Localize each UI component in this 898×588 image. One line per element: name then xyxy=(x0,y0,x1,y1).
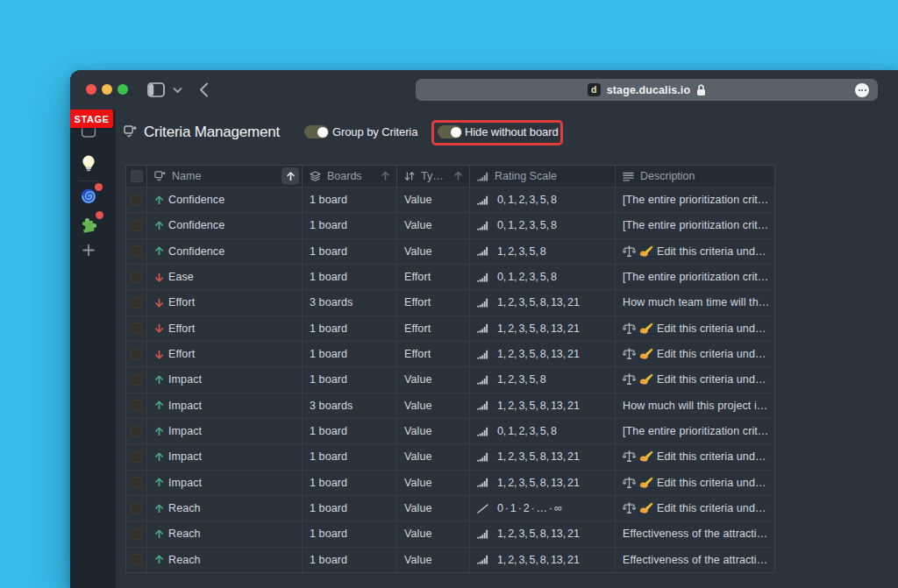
row-checkbox[interactable] xyxy=(126,521,147,546)
checkbox-box[interactable] xyxy=(131,245,142,257)
checkbox-box[interactable] xyxy=(131,272,142,283)
name-cell[interactable]: Confidence xyxy=(147,213,303,237)
column-header-name[interactable]: Name xyxy=(147,166,303,187)
checkbox-box[interactable] xyxy=(131,349,142,360)
select-all-checkbox[interactable] xyxy=(126,166,147,187)
row-checkbox[interactable] xyxy=(126,393,147,418)
checkbox-box[interactable] xyxy=(131,170,143,182)
boards-cell[interactable]: 1 board xyxy=(303,471,397,495)
table-row[interactable]: Impact 1 board Value 1, 2, 3, 5, 8, 13, … xyxy=(126,443,774,469)
type-cell[interactable]: Value xyxy=(397,419,470,443)
boards-cell[interactable]: 1 board xyxy=(303,188,397,212)
rating-scale-cell[interactable]: 0, 1, 2, 3, 5, 8 xyxy=(470,188,616,212)
row-checkbox[interactable] xyxy=(126,342,147,366)
rating-scale-cell[interactable]: 1, 2, 3, 5, 8, 13, 21 xyxy=(470,521,616,546)
checkbox-box[interactable] xyxy=(131,451,142,463)
rating-scale-cell[interactable]: 1, 2, 3, 5, 8, 13, 21 xyxy=(470,316,616,341)
row-checkbox[interactable] xyxy=(126,471,147,495)
row-checkbox[interactable] xyxy=(126,265,147,289)
table-row[interactable]: Ease 1 board Effort 0, 1, 2, 3, 5, 8 [Th… xyxy=(126,264,774,289)
rating-scale-cell[interactable]: 0, 1, 2, 3, 5, 8 xyxy=(470,419,616,443)
boards-cell[interactable]: 1 board xyxy=(303,213,397,237)
rating-scale-cell[interactable]: 1, 2, 3, 5, 8, 13, 21 xyxy=(470,393,616,418)
name-cell[interactable]: Reach xyxy=(147,496,303,521)
rating-scale-cell[interactable]: 0, 1, 2, 3, 5, 8 xyxy=(470,265,616,289)
back-icon[interactable] xyxy=(199,82,209,97)
name-cell[interactable]: Reach xyxy=(147,548,303,572)
table-row[interactable]: Impact 1 board Value 0, 1, 2, 3, 5, 8 [T… xyxy=(126,418,774,443)
type-cell[interactable]: Effort xyxy=(397,265,470,289)
rating-scale-cell[interactable]: 0, 1, 2, 3, 5, 8 xyxy=(470,213,616,237)
description-cell[interactable]: How much will this project i… xyxy=(616,393,774,418)
more-button[interactable] xyxy=(855,83,869,97)
name-cell[interactable]: Reach xyxy=(147,521,303,546)
row-checkbox[interactable] xyxy=(126,188,147,212)
type-cell[interactable]: Value xyxy=(397,213,470,237)
table-row[interactable]: Confidence 1 board Value 0, 1, 2, 3, 5, … xyxy=(126,212,774,237)
checkbox-box[interactable] xyxy=(131,195,142,206)
row-checkbox[interactable] xyxy=(126,419,147,443)
type-cell[interactable]: Value xyxy=(397,239,470,264)
rating-scale-cell[interactable]: 1, 2, 3, 5, 8, 13, 21 xyxy=(470,290,616,315)
type-cell[interactable]: Value xyxy=(397,367,470,392)
rating-scale-cell[interactable]: 1, 2, 3, 5, 8, 13, 21 xyxy=(470,548,616,572)
description-cell[interactable]: Effectiveness of the attracti… xyxy=(616,521,774,546)
name-cell[interactable]: Impact xyxy=(147,393,303,418)
row-checkbox[interactable] xyxy=(126,316,147,341)
sort-arrow-icon[interactable] xyxy=(381,172,389,181)
boards-cell[interactable]: 1 board xyxy=(303,419,397,443)
name-cell[interactable]: Confidence xyxy=(147,188,303,212)
name-cell[interactable]: Impact xyxy=(147,419,303,443)
type-cell[interactable]: Value xyxy=(397,393,470,418)
table-row[interactable]: Effort 3 boards Effort 1, 2, 3, 5, 8, 13… xyxy=(126,289,774,315)
row-checkbox[interactable] xyxy=(126,496,147,521)
row-checkbox[interactable] xyxy=(126,290,147,315)
rating-scale-cell[interactable]: 1, 2, 3, 5, 8 xyxy=(470,239,616,264)
sort-arrow-icon[interactable] xyxy=(454,172,462,181)
checkbox-box[interactable] xyxy=(131,528,142,540)
name-cell[interactable]: Impact xyxy=(147,367,303,392)
zoom-button[interactable] xyxy=(118,84,128,95)
rating-scale-cell[interactable]: 0 · 1 · 2 · … · ∞ xyxy=(470,496,616,521)
puzzle-icon[interactable] xyxy=(81,216,97,233)
column-header-boards[interactable]: Boards xyxy=(303,166,397,187)
boards-cell[interactable]: 1 board xyxy=(303,496,397,521)
type-cell[interactable]: Value xyxy=(397,496,470,521)
cyclone-icon[interactable] xyxy=(81,188,96,204)
name-cell[interactable]: Effort xyxy=(147,290,303,315)
row-checkbox[interactable] xyxy=(126,213,147,237)
type-cell[interactable]: Value xyxy=(397,521,470,546)
column-header-description[interactable]: Description xyxy=(616,166,774,187)
type-cell[interactable]: Value xyxy=(397,444,470,469)
description-cell[interactable]: Edit this criteria und… xyxy=(616,471,774,495)
checkbox-box[interactable] xyxy=(131,554,142,565)
name-cell[interactable]: Confidence xyxy=(147,239,303,264)
name-cell[interactable]: Effort xyxy=(147,316,303,341)
sort-ascending-button[interactable] xyxy=(282,167,299,185)
checkbox-box[interactable] xyxy=(131,322,142,334)
type-cell[interactable]: Value xyxy=(397,548,470,572)
checkbox-box[interactable] xyxy=(131,297,142,308)
checkbox-box[interactable] xyxy=(131,426,142,437)
table-row[interactable]: Confidence 1 board Value 0, 1, 2, 3, 5, … xyxy=(126,187,774,212)
boards-cell[interactable]: 1 board xyxy=(303,521,397,546)
name-cell[interactable]: Impact xyxy=(147,444,303,469)
sidebar-toggle-icon[interactable] xyxy=(147,82,165,97)
table-row[interactable]: Impact 1 board Value 1, 2, 3, 5, 8, 13, … xyxy=(126,470,774,495)
boards-cell[interactable]: 1 board xyxy=(303,265,397,289)
rating-scale-cell[interactable]: 1, 2, 3, 5, 8, 13, 21 xyxy=(470,342,616,366)
minimize-button[interactable] xyxy=(102,84,112,95)
column-header-rating-scale[interactable]: Rating Scale xyxy=(470,166,616,187)
row-checkbox[interactable] xyxy=(126,367,147,392)
rating-scale-cell[interactable]: 1, 2, 3, 5, 8, 13, 21 xyxy=(470,471,616,495)
type-cell[interactable]: Effort xyxy=(397,290,470,315)
checkbox-box[interactable] xyxy=(131,220,142,231)
checkbox-box[interactable] xyxy=(131,503,142,514)
description-cell[interactable]: Effectiveness of the attracti… xyxy=(616,548,774,572)
boards-cell[interactable]: 1 board xyxy=(303,342,397,366)
name-cell[interactable]: Impact xyxy=(147,471,303,495)
description-cell[interactable]: Edit this criteria und… xyxy=(616,444,774,469)
rating-scale-cell[interactable]: 1, 2, 3, 5, 8 xyxy=(470,367,616,392)
table-row[interactable]: Impact 3 boards Value 1, 2, 3, 5, 8, 13,… xyxy=(126,393,774,418)
chevron-down-icon[interactable] xyxy=(173,87,182,94)
